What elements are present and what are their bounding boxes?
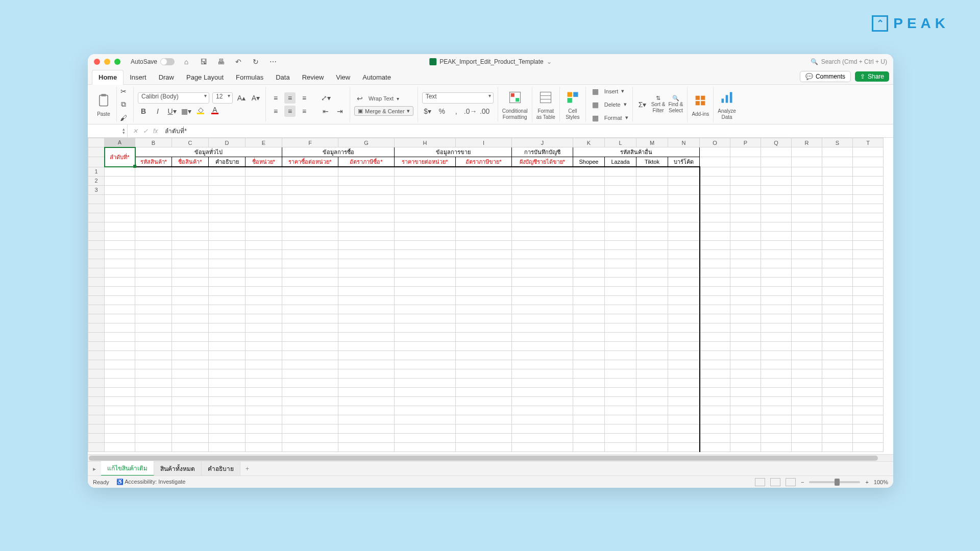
wrap-text-icon[interactable]: ↩ [354,93,365,104]
cell[interactable] [512,341,573,350]
cell[interactable] [172,369,209,378]
cell[interactable] [209,295,246,305]
cell[interactable] [822,415,853,424]
cell[interactable] [822,305,853,314]
cell[interactable] [246,350,282,360]
row-header[interactable] [88,323,105,332]
cell[interactable] [172,360,209,369]
cell[interactable] [512,387,573,396]
cell[interactable] [135,176,172,185]
cell[interactable] [135,268,172,277]
cell[interactable] [135,396,172,406]
cell[interactable] [700,350,730,360]
decrease-font-icon[interactable]: A▾ [250,92,261,104]
cell[interactable] [246,222,282,231]
cell[interactable] [456,185,512,194]
cell[interactable] [668,396,700,406]
cell[interactable] [730,305,761,314]
cell[interactable] [512,249,573,259]
cell[interactable] [135,406,172,415]
cell[interactable] [730,194,761,204]
cell[interactable] [512,360,573,369]
cell[interactable] [246,406,282,415]
cell[interactable] [822,213,853,222]
cell[interactable] [605,286,636,295]
print-icon[interactable]: 🖶 [215,56,227,67]
cell[interactable] [605,295,636,305]
cell[interactable] [172,286,209,295]
cell[interactable] [668,167,700,176]
addins-button[interactable]: Add-ins [688,87,714,122]
cell[interactable] [172,424,209,433]
cell[interactable] [761,350,792,360]
cell[interactable] [338,231,395,240]
cell[interactable] [282,323,338,332]
cell[interactable] [135,167,172,176]
cell[interactable] [792,442,822,452]
cell[interactable] [573,176,605,185]
delete-cells-icon[interactable]: ▦ [590,99,601,110]
cell[interactable] [573,268,605,277]
cell[interactable] [636,240,668,249]
cell[interactable] [573,332,605,341]
cell[interactable] [605,350,636,360]
cell[interactable] [573,406,605,415]
cell[interactable] [605,433,636,442]
analyze-data-button[interactable]: Analyze Data [714,87,740,122]
row-header[interactable] [88,341,105,350]
spreadsheet-grid[interactable]: ABCDEFGHIJKLMNOPQRSTลำดับที่*ข้อมูลทั่วไ… [88,138,893,454]
cell[interactable] [172,415,209,424]
sheet-nav-prev-icon[interactable]: ▸ [88,465,101,472]
align-left-icon[interactable]: ≡ [270,106,281,117]
tab-view[interactable]: View [330,70,356,84]
cell[interactable] [730,433,761,442]
cell[interactable] [792,369,822,378]
cell[interactable] [135,369,172,378]
column-subheader[interactable]: อัตราภาษีขาย* [456,157,512,167]
cell[interactable] [209,387,246,396]
cell[interactable] [761,277,792,286]
cell[interactable] [761,213,792,222]
cell[interactable] [730,415,761,424]
cell[interactable] [512,305,573,314]
cell-a1[interactable]: ลำดับที่* [105,147,135,167]
cell[interactable] [246,213,282,222]
cell[interactable] [822,433,853,442]
cell[interactable] [605,194,636,204]
cell[interactable] [853,387,884,396]
cell[interactable] [209,240,246,249]
cell[interactable] [246,415,282,424]
cell[interactable] [853,369,884,378]
cell[interactable] [730,231,761,240]
cell[interactable] [668,332,700,341]
column-subheader[interactable]: ผังบัญชีรายได้ขาย* [512,157,573,167]
column-header[interactable]: A [105,138,135,147]
cell[interactable] [700,332,730,341]
cell[interactable] [395,360,456,369]
column-subheader[interactable]: คำอธิบาย [209,157,246,167]
cell[interactable] [456,332,512,341]
cell[interactable] [792,231,822,240]
cell[interactable] [456,396,512,406]
cell[interactable] [730,295,761,305]
cell[interactable] [761,387,792,396]
cell[interactable] [456,415,512,424]
cell[interactable] [338,213,395,222]
cell[interactable] [792,295,822,305]
cell[interactable] [512,204,573,213]
cell[interactable] [209,259,246,268]
cell[interactable] [822,231,853,240]
cell[interactable] [573,433,605,442]
cell[interactable] [605,249,636,259]
paste-icon[interactable] [95,92,112,109]
cell[interactable] [456,378,512,387]
cell[interactable] [105,369,135,378]
row-header[interactable] [88,295,105,305]
cell[interactable] [792,213,822,222]
cell[interactable] [761,185,792,194]
cell[interactable] [209,305,246,314]
cell[interactable] [792,332,822,341]
cell[interactable] [395,424,456,433]
cell[interactable] [853,268,884,277]
cell[interactable] [700,378,730,387]
